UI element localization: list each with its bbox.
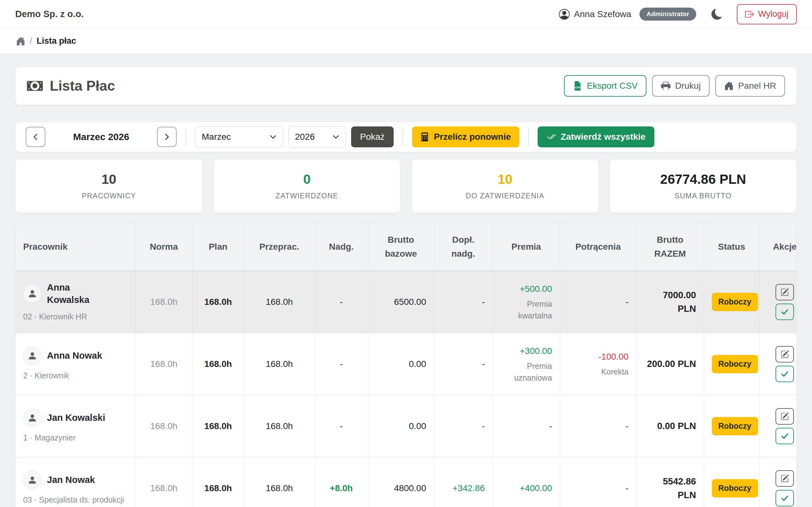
table-row: Anna Kowalska 02 · Kierownik HR 168.0h 1… [15, 271, 797, 333]
cell-przepracowane: 168.0h [244, 395, 315, 457]
cell-status: Roboczy [704, 457, 759, 507]
approve-button[interactable] [775, 428, 794, 444]
month-select[interactable]: Marzec [195, 126, 283, 147]
calculator-icon [420, 132, 429, 141]
column-header-przeprac: Przeprac. [244, 223, 315, 271]
cell-premia: +500.00 Premia kwartalna [493, 271, 560, 333]
approve-button[interactable] [775, 490, 794, 506]
column-header-akcje: Akcje [759, 223, 797, 271]
panel-hr-button[interactable]: Panel HR [715, 75, 785, 97]
top-navbar: Demo Sp. z o.o. Anna Szefowa Administrat… [0, 0, 812, 29]
toolbar-divider [403, 128, 403, 146]
cell-brutto-razem: 5542.86 PLN [636, 457, 704, 507]
edit-button[interactable] [775, 346, 794, 362]
employee-name: Anna Kowalska [47, 281, 112, 306]
approve-all-button[interactable]: Zatwierdź wszystkie [538, 126, 655, 147]
cell-norma: 168.0h [136, 333, 192, 395]
brand[interactable]: Demo Sp. z o.o. [15, 9, 84, 19]
column-header-premia: Premia [493, 223, 560, 271]
stat-value: 10 [101, 172, 116, 187]
cell-actions [759, 271, 797, 333]
edit-button[interactable] [775, 470, 794, 487]
avatar [23, 409, 42, 427]
cell-premia: - [493, 395, 560, 457]
cell-brutto-razem: 7000.00 PLN [636, 271, 704, 333]
status-badge: Roboczy [712, 479, 758, 498]
printer-icon [661, 81, 670, 91]
check-icon [780, 370, 789, 378]
chevron-down-icon [270, 133, 276, 140]
csv-file-icon: CSV [573, 81, 582, 91]
cell-employee: Jan Nowak 03 · Specjalista ds. produkcji [15, 457, 136, 507]
check-icon [780, 307, 789, 316]
stat-label: DO ZATWIERDZENIA [466, 192, 544, 200]
payroll-page: Demo Sp. z o.o. Anna Szefowa Administrat… [0, 0, 812, 507]
payroll-table: Pracownik Norma Plan Przeprac. Nadg. Bru… [15, 223, 797, 507]
avatar [23, 471, 42, 489]
breadcrumb-current: Lista płac [37, 36, 77, 46]
prev-month-button[interactable] [26, 127, 45, 147]
check-all-icon [547, 132, 556, 142]
cell-potracenia: - [560, 457, 636, 507]
employee-meta: 02 · Kierownik HR [23, 311, 128, 323]
table-row: Jan Kowalski 1 · Magazynier 168.0h 168.0… [15, 395, 797, 457]
pencil-square-icon [780, 288, 789, 296]
toolbar-divider [528, 128, 529, 146]
status-badge: Roboczy [712, 355, 758, 373]
show-button[interactable]: Pokaż [351, 126, 394, 147]
logout-button[interactable]: Wyloguj [737, 4, 797, 24]
user-menu[interactable]: Anna Szefowa [559, 9, 631, 20]
home-link[interactable] [16, 37, 26, 46]
year-select[interactable]: 2026 [288, 126, 346, 147]
user-name: Anna Szefowa [574, 9, 631, 19]
cell-plan: 168.0h [192, 333, 244, 395]
stat-value: 26774.86 PLN [660, 172, 746, 187]
person-icon [28, 289, 37, 298]
employee-name: Jan Nowak [47, 474, 95, 486]
cell-nadgodziny: - [315, 395, 368, 457]
column-header-norma: Norma [136, 223, 192, 271]
moon-icon [711, 9, 722, 20]
pencil-square-icon [780, 412, 789, 420]
stat-card-gross-total: 26774.86 PLN SUMA BRUTTO [610, 159, 797, 213]
cell-brutto-bazowe: 0.00 [368, 395, 434, 457]
pencil-square-icon [780, 474, 789, 483]
export-csv-button[interactable]: CSV Eksport CSV [564, 75, 647, 97]
status-badge: Roboczy [712, 417, 758, 435]
chevron-down-icon [333, 133, 339, 140]
cell-premia: +400.00 [493, 457, 560, 507]
svg-text:CSV: CSV [575, 86, 580, 89]
next-month-button[interactable] [157, 127, 177, 147]
person-icon [28, 475, 37, 485]
print-button[interactable]: Drukuj [652, 75, 710, 97]
cell-plan: 168.0h [192, 395, 244, 457]
premia-note: Premia uznaniowa [501, 360, 552, 384]
logout-icon [745, 10, 754, 19]
cell-doplata-nadgodziny: - [434, 395, 493, 457]
cell-brutto-bazowe: 0.00 [368, 333, 434, 395]
stat-label: SUMA BRUTTO [675, 192, 732, 200]
cell-actions [759, 333, 797, 395]
edit-button[interactable] [775, 408, 794, 425]
column-header-dopl-nadg: Dopł. nadg. [434, 223, 493, 271]
person-icon [28, 413, 37, 423]
recalculate-button[interactable]: Przelicz ponownie [412, 126, 519, 147]
cell-employee: Jan Kowalski 1 · Magazynier [15, 395, 136, 457]
approve-button[interactable] [775, 303, 794, 320]
cell-doplata-nadgodziny: - [434, 271, 493, 333]
cell-potracenia: - [560, 271, 636, 333]
title-card: Lista Płac CSV Eksport CSV [15, 66, 797, 105]
dark-mode-toggle[interactable] [710, 7, 724, 21]
edit-button[interactable] [775, 284, 794, 300]
person-icon [28, 351, 37, 360]
cell-przepracowane: 168.0h [244, 271, 315, 333]
cell-przepracowane: 168.0h [244, 333, 315, 395]
employee-meta: 03 · Specjalista ds. produkcji [23, 494, 128, 506]
cell-plan: 168.0h [192, 457, 244, 507]
avatar [23, 347, 42, 365]
employee-name: Jan Kowalski [47, 412, 105, 424]
cell-nadgodziny: - [315, 333, 368, 395]
stat-label: PRACOWNICY [82, 192, 136, 200]
breadcrumb-separator: / [30, 36, 32, 46]
approve-button[interactable] [775, 366, 794, 382]
